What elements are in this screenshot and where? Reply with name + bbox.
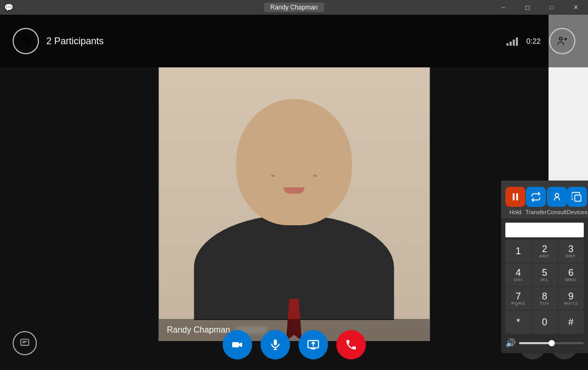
add-participants-button[interactable]: [549, 28, 575, 54]
svg-point-22: [555, 193, 559, 197]
volume-fill: [519, 342, 552, 344]
key-4-button[interactable]: 4GHI: [505, 263, 531, 286]
devices-button[interactable]: Devices: [567, 187, 587, 215]
key-3-button[interactable]: 3DEF: [558, 239, 584, 263]
hold-button[interactable]: Hold: [505, 187, 525, 215]
header-bar: 2 Participants 0:22: [0, 15, 588, 67]
key-main-3: 4: [515, 268, 521, 277]
signal-bar-1: [506, 43, 509, 46]
main-area: 2 Participants 0:22: [0, 15, 588, 370]
hold-icon-bg: [505, 187, 525, 207]
microphone-icon: [269, 338, 282, 351]
key-2-button[interactable]: 2ABC: [532, 239, 557, 263]
key-main-9: *: [516, 317, 520, 327]
key-main-6: 7: [515, 292, 521, 301]
svg-rect-8: [232, 342, 239, 347]
dialpad-input[interactable]: [505, 223, 584, 237]
key-main-2: 3: [568, 244, 573, 254]
svg-rect-9: [274, 339, 277, 345]
video-container: Randy Chapman: [158, 67, 430, 341]
key-main-8: 9: [568, 292, 573, 301]
title-bar-left: 💬: [0, 3, 13, 12]
key-6-button[interactable]: 6MNO: [558, 263, 584, 286]
key-sub-8: WXYZ: [564, 301, 578, 306]
maximize-button[interactable]: □: [540, 0, 564, 15]
person-background: [158, 67, 430, 341]
participants-icon-button[interactable]: [13, 28, 39, 54]
minimize-button[interactable]: −: [491, 0, 515, 15]
action-buttons-row: Hold Transfer: [501, 181, 588, 218]
key-main-7: 8: [542, 292, 547, 301]
svg-rect-20: [513, 193, 514, 200]
key-#-button[interactable]: #: [558, 311, 584, 334]
key-8-button[interactable]: 8TUV: [532, 287, 557, 310]
screen-share-icon: [307, 338, 320, 351]
participants-section: 2 Participants: [13, 28, 104, 54]
key-sub-3: GHI: [514, 277, 523, 282]
devices-label: Devices: [567, 209, 587, 215]
transfer-icon: [531, 192, 541, 202]
app-icon: 💬: [4, 3, 13, 12]
restore-button[interactable]: ◻: [515, 0, 540, 15]
devices-icon-bg: [567, 187, 587, 207]
volume-icon: 🔊: [505, 338, 516, 348]
key-9-button[interactable]: 9WXYZ: [558, 287, 584, 310]
signal-bars: [506, 36, 518, 46]
signal-bar-4: [516, 37, 518, 46]
video-icon: [231, 338, 244, 351]
person-body: [194, 215, 394, 320]
microphone-button[interactable]: [261, 330, 290, 359]
close-button[interactable]: ✕: [564, 0, 588, 15]
screen-share-button[interactable]: [298, 330, 328, 359]
participants-icon: [20, 35, 32, 47]
dialpad-panel: Hold Transfer: [501, 181, 588, 353]
transfer-label: Transfer: [525, 209, 547, 215]
volume-slider[interactable]: [519, 342, 584, 344]
svg-point-0: [23, 37, 26, 41]
key-5-button[interactable]: 5JKL: [532, 263, 557, 286]
svg-rect-23: [575, 195, 581, 202]
keypad-grid: 12ABC3DEF4GHI5JKL6MNO7PQRS8TUV9WXYZ*0#: [505, 239, 584, 334]
key-sub-7: TUV: [540, 301, 550, 306]
key-main-10: 0: [542, 317, 547, 327]
key-sub-6: PQRS: [511, 301, 525, 306]
devices-icon: [572, 192, 582, 202]
call-timer: 0:22: [526, 37, 541, 45]
video-frame: Randy Chapman: [158, 67, 430, 341]
signal-bar-3: [513, 39, 515, 46]
hold-label: Hold: [510, 209, 522, 215]
key-main-1: 2: [542, 244, 547, 254]
svg-rect-21: [516, 193, 518, 200]
key-main-0: 1: [515, 246, 521, 256]
key-sub-5: MNO: [565, 277, 577, 282]
consult-icon: [552, 192, 562, 202]
consult-icon-bg: [547, 187, 567, 207]
consult-button[interactable]: Consult: [547, 187, 567, 215]
transfer-icon-bg: [526, 187, 546, 207]
transfer-button[interactable]: Transfer: [525, 187, 547, 215]
key-main-11: #: [568, 317, 573, 327]
key-7-button[interactable]: 7PQRS: [505, 287, 531, 310]
key-sub-2: DEF: [566, 254, 576, 258]
key-main-5: 6: [568, 268, 573, 277]
title-bar-title: Randy Chapman: [264, 3, 324, 12]
key-sub-4: JKL: [540, 277, 549, 282]
title-bar-controls: − ◻ □ ✕: [491, 0, 588, 15]
key-1-button[interactable]: 1: [505, 239, 531, 263]
hold-icon: [510, 192, 521, 202]
consult-label: Consult: [547, 209, 566, 215]
volume-thumb: [549, 340, 555, 346]
signal-bar-2: [510, 42, 512, 46]
svg-point-1: [27, 37, 30, 41]
key-0-button[interactable]: 0: [532, 311, 557, 334]
key-sub-1: ABC: [540, 254, 550, 258]
end-call-icon: [345, 338, 357, 351]
person-head: [236, 99, 352, 225]
add-participants-icon: [556, 35, 568, 47]
participants-label: 2 Participants: [46, 36, 104, 47]
video-button[interactable]: [223, 330, 252, 359]
window-title: Randy Chapman: [264, 3, 324, 12]
end-call-button[interactable]: [336, 330, 366, 359]
title-bar: 💬 Randy Chapman − ◻ □ ✕: [0, 0, 588, 15]
key-*-button[interactable]: *: [505, 311, 531, 334]
